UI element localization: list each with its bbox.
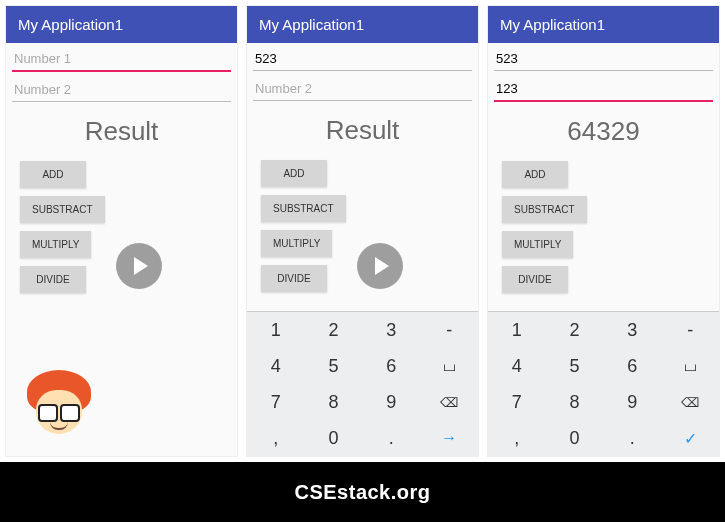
phone-screen-3: My Application164329ADDSUBSTRACTMULTIPLY…	[487, 5, 720, 457]
key-2[interactable]: 2	[305, 312, 363, 348]
key-dot[interactable]: .	[604, 420, 662, 456]
key-dot[interactable]: .	[363, 420, 421, 456]
numeric-keyboard: 123-456⌴789⌫,0.→	[247, 311, 478, 456]
subtract-button[interactable]: SUBSTRACT	[261, 195, 346, 222]
multiply-button[interactable]: MULTIPLY	[261, 230, 332, 257]
divide-button[interactable]: DIVIDE	[502, 266, 568, 293]
key-1[interactable]: 1	[247, 312, 305, 348]
result-label: Result	[253, 115, 472, 146]
content-area: ResultADDSUBSTRACTMULTIPLYDIVIDE	[6, 43, 237, 456]
number2-input[interactable]	[494, 77, 713, 102]
app-bar: My Application1	[6, 6, 237, 43]
subtract-button[interactable]: SUBSTRACT	[20, 196, 105, 223]
mascot-avatar	[24, 370, 94, 450]
add-button[interactable]: ADD	[20, 161, 86, 188]
key-minus[interactable]: -	[420, 312, 478, 348]
number1-input[interactable]	[253, 47, 472, 71]
key-8[interactable]: 8	[305, 384, 363, 420]
key-4[interactable]: 4	[488, 348, 546, 384]
key-9[interactable]: 9	[604, 384, 662, 420]
key-5[interactable]: 5	[546, 348, 604, 384]
key-3[interactable]: 3	[363, 312, 421, 348]
app-bar: My Application1	[488, 6, 719, 43]
key-backspace[interactable]: ⌫	[420, 384, 478, 420]
button-column: ADDSUBSTRACTMULTIPLYDIVIDE	[494, 161, 713, 293]
key-1[interactable]: 1	[488, 312, 546, 348]
result-label: 64329	[494, 116, 713, 147]
add-button[interactable]: ADD	[261, 160, 327, 187]
key-minus[interactable]: -	[661, 312, 719, 348]
divide-button[interactable]: DIVIDE	[20, 266, 86, 293]
key-6[interactable]: 6	[604, 348, 662, 384]
result-label: Result	[12, 116, 231, 147]
footer-brand: CSEstack.org	[0, 462, 725, 522]
content-area: ResultADDSUBSTRACTMULTIPLYDIVIDE	[247, 43, 478, 311]
numeric-keyboard: 123-456⌴789⌫,0.✓	[488, 311, 719, 456]
key-comma[interactable]: ,	[247, 420, 305, 456]
number1-input[interactable]	[12, 47, 231, 72]
key-6[interactable]: 6	[363, 348, 421, 384]
key-9[interactable]: 9	[363, 384, 421, 420]
key-0[interactable]: 0	[546, 420, 604, 456]
key-space[interactable]: ⌴	[661, 348, 719, 384]
key-7[interactable]: 7	[488, 384, 546, 420]
multiply-button[interactable]: MULTIPLY	[20, 231, 91, 258]
key-0[interactable]: 0	[305, 420, 363, 456]
number2-input[interactable]	[12, 78, 231, 102]
key-space[interactable]: ⌴	[420, 348, 478, 384]
subtract-button[interactable]: SUBSTRACT	[502, 196, 587, 223]
play-icon[interactable]	[116, 243, 162, 289]
key-comma[interactable]: ,	[488, 420, 546, 456]
key-5[interactable]: 5	[305, 348, 363, 384]
add-button[interactable]: ADD	[502, 161, 568, 188]
key-7[interactable]: 7	[247, 384, 305, 420]
key-3[interactable]: 3	[604, 312, 662, 348]
app-bar: My Application1	[247, 6, 478, 43]
key-2[interactable]: 2	[546, 312, 604, 348]
key-backspace[interactable]: ⌫	[661, 384, 719, 420]
key-4[interactable]: 4	[247, 348, 305, 384]
phone-screen-2: My Application1ResultADDSUBSTRACTMULTIPL…	[246, 5, 479, 457]
phone-screen-1: My Application1ResultADDSUBSTRACTMULTIPL…	[5, 5, 238, 457]
multiply-button[interactable]: MULTIPLY	[502, 231, 573, 258]
play-icon[interactable]	[357, 243, 403, 289]
number2-input[interactable]	[253, 77, 472, 101]
number1-input[interactable]	[494, 47, 713, 71]
key-8[interactable]: 8	[546, 384, 604, 420]
content-area: 64329ADDSUBSTRACTMULTIPLYDIVIDE	[488, 43, 719, 311]
divide-button[interactable]: DIVIDE	[261, 265, 327, 292]
key-enter[interactable]: →	[420, 420, 478, 456]
key-enter[interactable]: ✓	[661, 420, 719, 456]
